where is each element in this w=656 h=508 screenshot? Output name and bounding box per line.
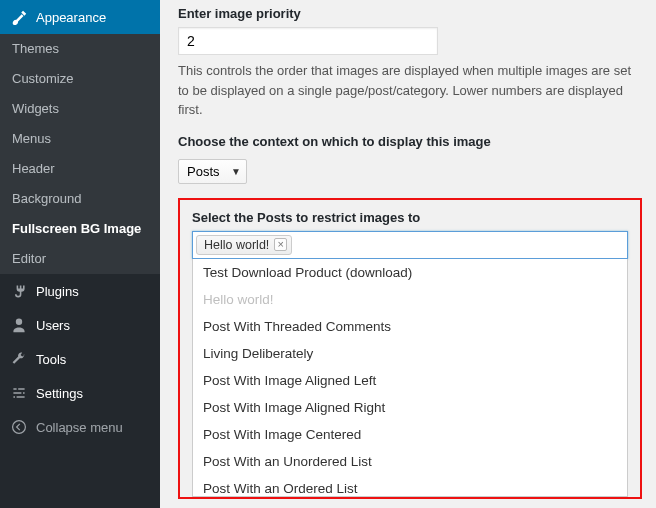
plug-icon bbox=[10, 282, 28, 300]
sidebar-section-plugins[interactable]: Plugins bbox=[0, 274, 160, 308]
collapse-label: Collapse menu bbox=[36, 420, 123, 435]
priority-label: Enter image priority bbox=[178, 6, 642, 21]
user-icon bbox=[10, 316, 28, 334]
paintbrush-icon bbox=[10, 8, 28, 26]
wrench-icon bbox=[10, 350, 28, 368]
list-item[interactable]: Living Deliberately bbox=[193, 340, 627, 367]
svg-point-0 bbox=[13, 421, 26, 434]
sidebar-section-label: Plugins bbox=[36, 284, 79, 299]
list-item[interactable]: Post With Image Aligned Right bbox=[193, 394, 627, 421]
sidebar-section-label: Appearance bbox=[36, 10, 106, 25]
sidebar-section-users[interactable]: Users bbox=[0, 308, 160, 342]
admin-sidebar: Appearance Themes Customize Widgets Menu… bbox=[0, 0, 160, 508]
sidebar-item-editor[interactable]: Editor bbox=[0, 244, 160, 274]
main-content: Enter image priority This controls the o… bbox=[160, 0, 656, 508]
restrict-multiselect[interactable]: Hello world! × bbox=[192, 231, 628, 259]
sidebar-section-tools[interactable]: Tools bbox=[0, 342, 160, 376]
list-item[interactable]: Post With Image Centered bbox=[193, 421, 627, 448]
priority-input[interactable] bbox=[178, 27, 438, 55]
list-item[interactable]: Post With an Ordered List bbox=[193, 475, 627, 497]
context-label: Choose the context on which to display t… bbox=[178, 134, 642, 149]
list-item[interactable]: Post With Image Aligned Left bbox=[193, 367, 627, 394]
collapse-menu[interactable]: Collapse menu bbox=[0, 410, 160, 444]
list-item[interactable]: Hello world! bbox=[193, 286, 627, 313]
sidebar-section-appearance[interactable]: Appearance bbox=[0, 0, 160, 34]
sidebar-item-fullscreen-bg[interactable]: Fullscreen BG Image bbox=[0, 214, 160, 244]
sidebar-section-label: Users bbox=[36, 318, 70, 333]
list-item[interactable]: Post With Threaded Comments bbox=[193, 313, 627, 340]
collapse-icon bbox=[10, 418, 28, 436]
restrict-section: Select the Posts to restrict images to H… bbox=[178, 198, 642, 499]
sidebar-item-background[interactable]: Background bbox=[0, 184, 160, 214]
priority-description: This controls the order that images are … bbox=[178, 61, 642, 120]
sidebar-item-themes[interactable]: Themes bbox=[0, 34, 160, 64]
sidebar-item-customize[interactable]: Customize bbox=[0, 64, 160, 94]
restrict-dropdown[interactable]: Test Download Product (download) Hello w… bbox=[192, 259, 628, 497]
sidebar-submenu-appearance: Themes Customize Widgets Menus Header Ba… bbox=[0, 34, 160, 274]
sidebar-item-widgets[interactable]: Widgets bbox=[0, 94, 160, 124]
list-item[interactable]: Post With an Unordered List bbox=[193, 448, 627, 475]
selected-token[interactable]: Hello world! × bbox=[196, 235, 292, 255]
context-select[interactable]: Posts bbox=[178, 159, 247, 184]
list-item[interactable]: Test Download Product (download) bbox=[193, 259, 627, 286]
sidebar-section-label: Tools bbox=[36, 352, 66, 367]
token-label: Hello world! bbox=[204, 238, 269, 252]
sidebar-item-header[interactable]: Header bbox=[0, 154, 160, 184]
restrict-label: Select the Posts to restrict images to bbox=[192, 210, 628, 225]
sidebar-section-label: Settings bbox=[36, 386, 83, 401]
sidebar-item-menus[interactable]: Menus bbox=[0, 124, 160, 154]
remove-token-icon[interactable]: × bbox=[274, 238, 287, 251]
sidebar-section-settings[interactable]: Settings bbox=[0, 376, 160, 410]
sliders-icon bbox=[10, 384, 28, 402]
